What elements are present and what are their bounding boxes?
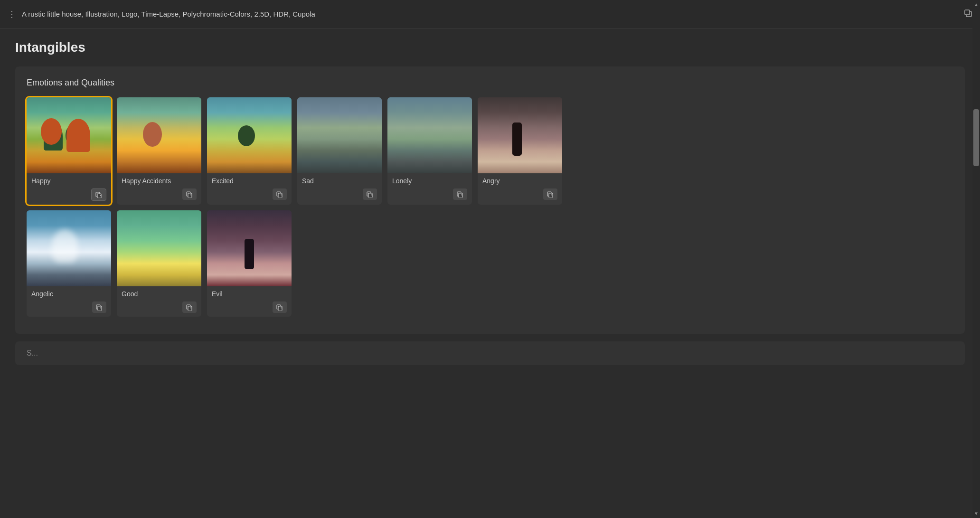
- card-action-row: [297, 187, 382, 204]
- svg-rect-28: [549, 193, 553, 198]
- svg-rect-1: [965, 10, 970, 15]
- card-label-row: Angry: [478, 173, 562, 187]
- add-to-prompt-button-excited[interactable]: [273, 188, 287, 200]
- svg-point-2: [41, 118, 62, 145]
- svg-rect-23: [459, 193, 462, 198]
- add-to-prompt-button-happy[interactable]: [91, 188, 106, 201]
- svg-rect-19: [368, 193, 372, 198]
- card-evil[interactable]: Evil: [207, 210, 292, 317]
- card-sad[interactable]: Sad: [297, 97, 382, 205]
- svg-rect-15: [278, 193, 282, 198]
- card-label-row: Happy Accidents: [117, 173, 201, 187]
- card-happy-accidents-label: Happy Accidents: [122, 177, 171, 185]
- svg-rect-26: [512, 122, 522, 156]
- page-title: Intangibles: [15, 40, 965, 55]
- scrollbar-thumb[interactable]: [973, 109, 979, 166]
- svg-point-13: [238, 125, 255, 146]
- svg-point-3: [66, 124, 83, 147]
- svg-point-8: [143, 122, 162, 147]
- section-title: Emotions and Qualities: [27, 78, 953, 88]
- add-to-prompt-button-lonely[interactable]: [453, 188, 467, 200]
- scrollbar-down-arrow[interactable]: ▼: [972, 509, 980, 518]
- menu-dots-icon[interactable]: ⋮: [8, 9, 16, 19]
- card-evil-label: Evil: [212, 290, 223, 298]
- card-action-row: [27, 187, 111, 205]
- cards-row-2: Angelic Good: [27, 210, 953, 317]
- cards-row-1: Happy: [27, 97, 953, 205]
- svg-rect-39: [245, 239, 254, 269]
- add-to-prompt-button-angelic[interactable]: [92, 301, 106, 313]
- card-good[interactable]: Good: [117, 210, 201, 317]
- card-label-row: Sad: [297, 173, 382, 187]
- add-to-prompt-button-evil[interactable]: [273, 301, 287, 313]
- card-label-row: Good: [117, 286, 201, 300]
- scrollbar-up-arrow[interactable]: ▲: [972, 0, 980, 9]
- card-label-row: Lonely: [387, 173, 472, 187]
- card-action-row: [387, 187, 472, 204]
- card-action-row: [27, 300, 111, 317]
- card-label-row: Excited: [207, 173, 292, 187]
- svg-rect-32: [98, 306, 102, 311]
- card-label-row: Angelic: [27, 286, 111, 300]
- card-label-row: Evil: [207, 286, 292, 300]
- card-action-row: [207, 187, 292, 204]
- emotions-section: Emotions and Qualities Happy: [15, 66, 965, 334]
- svg-rect-36: [188, 306, 192, 311]
- card-angelic[interactable]: Angelic: [27, 210, 111, 317]
- card-happy[interactable]: Happy: [27, 97, 111, 205]
- scrollbar-track[interactable]: [972, 9, 980, 509]
- card-lonely[interactable]: Lonely: [387, 97, 472, 205]
- svg-rect-41: [278, 306, 282, 311]
- card-action-row: [207, 300, 292, 317]
- card-action-row: [117, 300, 201, 317]
- svg-rect-5: [97, 194, 101, 198]
- card-sad-label: Sad: [302, 177, 314, 185]
- title-bar-text: A rustic little house, Illustration, Log…: [22, 10, 958, 18]
- card-excited[interactable]: Excited: [207, 97, 292, 205]
- card-angry-label: Angry: [482, 177, 500, 185]
- next-section-hint: S...: [27, 345, 38, 357]
- card-angry[interactable]: Angry: [478, 97, 562, 205]
- add-to-prompt-button-happy-accidents[interactable]: [182, 188, 197, 200]
- copy-icon[interactable]: [964, 9, 972, 19]
- card-angelic-label: Angelic: [31, 290, 53, 298]
- card-action-row: [478, 187, 562, 204]
- next-section-stub: S...: [15, 341, 965, 365]
- svg-rect-10: [188, 193, 192, 198]
- card-action-row: [117, 187, 201, 204]
- main-content: Intangibles Emotions and Qualities Happy: [0, 28, 980, 518]
- card-label-row: Happy: [27, 173, 111, 187]
- card-happy-accidents[interactable]: Happy Accidents: [117, 97, 201, 205]
- card-excited-label: Excited: [212, 177, 234, 185]
- window-scrollbar[interactable]: ▲ ▼: [972, 0, 980, 518]
- add-to-prompt-button-sad[interactable]: [363, 188, 377, 200]
- card-happy-label: Happy: [31, 177, 50, 185]
- title-bar: ⋮ A rustic little house, Illustration, L…: [0, 0, 980, 28]
- add-to-prompt-button-good[interactable]: [182, 301, 197, 313]
- card-good-label: Good: [122, 290, 138, 298]
- add-to-prompt-button-angry[interactable]: [543, 188, 557, 200]
- card-lonely-label: Lonely: [392, 177, 412, 185]
